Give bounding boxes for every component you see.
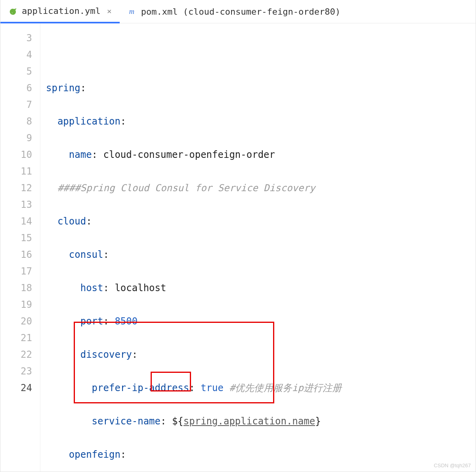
code-editor[interactable]: 3 4 5 6 7 8 9 10 11 12 13 14 15 16 17 18… — [0, 23, 476, 472]
yaml-key: service-name — [92, 416, 161, 427]
line-number: 16 — [0, 246, 40, 263]
line-number: 17 — [0, 263, 40, 280]
spring-icon — [9, 7, 18, 15]
yaml-key: spring — [46, 83, 80, 94]
line-number: 22 — [0, 346, 40, 363]
code-line[interactable]: port: 8500 — [40, 313, 476, 330]
tab-pom-xml[interactable]: m pom.xml (cloud-consumer-feign-order80) — [120, 0, 348, 23]
code-line[interactable]: service-name: ${spring.application.name} — [40, 413, 476, 430]
line-number: 15 — [0, 230, 40, 246]
code-line[interactable] — [40, 46, 476, 63]
yaml-key: prefer-ip-address — [92, 382, 189, 393]
yaml-value: } — [315, 416, 321, 427]
code-line[interactable]: application: — [40, 113, 476, 130]
code-line[interactable]: cloud: — [40, 213, 476, 230]
yaml-key: cloud — [57, 216, 86, 227]
code-line[interactable]: host: localhost — [40, 280, 476, 296]
code-line[interactable]: prefer-ip-address: true #优先使用服务ip进行注册 — [40, 380, 476, 396]
yaml-key: application — [57, 116, 120, 127]
close-icon[interactable]: × — [107, 6, 112, 16]
line-number: 24 — [0, 380, 40, 396]
yaml-key: name — [69, 149, 92, 160]
yaml-value: 8500 — [115, 316, 138, 327]
code-area[interactable]: spring: application: name: cloud-consume… — [40, 23, 476, 472]
line-number: 4 — [0, 46, 40, 63]
yaml-value: localhost — [115, 282, 166, 294]
editor-window: application.yml × m pom.xml (cloud-consu… — [0, 0, 476, 472]
code-line[interactable]: spring: — [40, 80, 476, 96]
line-number: 21 — [0, 330, 40, 346]
line-number: 8 — [0, 113, 40, 130]
line-number: 14 — [0, 213, 40, 230]
line-number: 13 — [0, 196, 40, 213]
line-number: 7 — [0, 96, 40, 113]
line-number: 19 — [0, 296, 40, 313]
yaml-key: openfeign — [69, 449, 120, 460]
line-number: 5 — [0, 63, 40, 80]
line-number: 3 — [0, 30, 40, 46]
tab-title: pom.xml (cloud-consumer-feign-order80) — [141, 7, 340, 17]
tab-title: application.yml — [22, 6, 101, 16]
yaml-value: ${ — [172, 416, 184, 427]
line-number: 6 — [0, 80, 40, 96]
svg-text:m: m — [129, 8, 134, 15]
line-number: 10 — [0, 146, 40, 163]
yaml-key: discovery — [80, 349, 132, 360]
yaml-value: cloud-consumer-openfeign-order — [103, 149, 275, 160]
code-line[interactable]: ####Spring Cloud Consul for Service Disc… — [40, 180, 476, 196]
tab-bar: application.yml × m pom.xml (cloud-consu… — [0, 0, 476, 23]
tab-application-yml[interactable]: application.yml × — [0, 0, 120, 23]
code-line[interactable]: openfeign: — [40, 446, 476, 463]
yaml-value: true — [201, 382, 224, 393]
code-line[interactable]: name: cloud-consumer-openfeign-order — [40, 146, 476, 163]
watermark-text: CSDN @tqh267 — [434, 462, 471, 468]
line-number: 11 — [0, 163, 40, 180]
line-number: 9 — [0, 130, 40, 146]
maven-icon: m — [128, 7, 137, 16]
line-number: 18 — [0, 280, 40, 296]
line-number: 20 — [0, 313, 40, 330]
code-line[interactable]: consul: — [40, 246, 476, 263]
yaml-key: consul — [69, 249, 103, 260]
yaml-key: host — [80, 282, 103, 294]
line-number: 23 — [0, 363, 40, 380]
yaml-key: port — [80, 316, 103, 327]
yaml-comment: ####Spring Cloud Consul for Service Disc… — [57, 182, 315, 194]
line-number-gutter: 3 4 5 6 7 8 9 10 11 12 13 14 15 16 17 18… — [0, 23, 40, 472]
yaml-reference: spring.application.name — [184, 416, 315, 427]
line-number: 12 — [0, 180, 40, 196]
yaml-comment: #优先使用服务ip进行注册 — [229, 382, 341, 393]
code-line[interactable]: discovery: — [40, 346, 476, 363]
